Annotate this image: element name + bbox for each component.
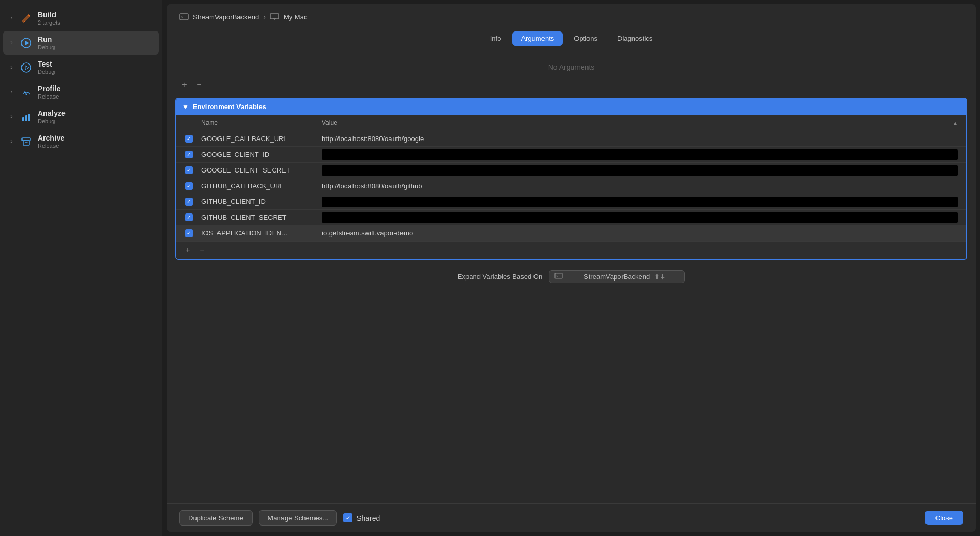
- sidebar-item-archive-subtitle: Release: [38, 143, 64, 149]
- env-value-2: [318, 165, 962, 176]
- no-arguments-label: No Arguments: [167, 52, 976, 77]
- sidebar: › Build 2 targets › Run Debug ›: [0, 0, 162, 536]
- svg-marker-1: [25, 41, 29, 45]
- expand-vars-selected: StreamVaporBackend: [584, 273, 650, 281]
- expand-vars-row: Expand Variables Based On >_ StreamVapor…: [167, 264, 976, 290]
- expand-arrow-build: ›: [7, 14, 16, 23]
- expand-arrow-archive: ›: [7, 137, 16, 146]
- sidebar-item-build[interactable]: › Build 2 targets: [3, 6, 159, 30]
- scheme-name: StreamVaporBackend: [193, 13, 259, 21]
- shared-label: Shared: [356, 514, 380, 522]
- redacted-value-4: [322, 197, 958, 207]
- env-name-0: GOOGLE_CALLBACK_URL: [197, 135, 318, 143]
- env-row: ✓ GITHUB_CLIENT_ID: [176, 194, 966, 210]
- sidebar-item-archive-title: Archive: [38, 134, 64, 142]
- env-name-4: GITHUB_CLIENT_ID: [197, 198, 318, 206]
- gauge-icon: [19, 85, 34, 100]
- play-icon: [19, 36, 34, 50]
- env-checkbox-5[interactable]: ✓: [180, 213, 197, 221]
- sidebar-item-profile-title: Profile: [38, 84, 61, 93]
- scheme-icon: >_: [179, 13, 189, 20]
- expand-arrow-profile: ›: [7, 88, 16, 97]
- svg-text:>_: >_: [556, 274, 560, 278]
- env-checkbox-4[interactable]: ✓: [180, 198, 197, 206]
- redacted-value-1: [322, 149, 958, 160]
- chart-icon: [19, 110, 34, 124]
- bottom-left-actions: Duplicate Scheme Manage Schemes... ✓ Sha…: [179, 510, 380, 526]
- tab-diagnostics[interactable]: Diagnostics: [608, 31, 661, 46]
- env-value-0: http://localhost:8080/oauth/google: [318, 135, 962, 143]
- sidebar-item-run-subtitle: Debug: [38, 44, 55, 50]
- duplicate-scheme-button[interactable]: Duplicate Scheme: [179, 510, 253, 526]
- expand-arrow-run: ›: [7, 39, 16, 47]
- spacer: [167, 290, 976, 503]
- sidebar-item-analyze-text: Analyze Debug: [38, 109, 66, 124]
- args-add-button[interactable]: +: [179, 80, 190, 90]
- env-value-5: [318, 212, 962, 223]
- env-row: ✓ GOOGLE_CLIENT_SECRET: [176, 163, 966, 178]
- env-row: ✓ GITHUB_CALLBACK_URL http://localhost:8…: [176, 178, 966, 194]
- sidebar-item-test[interactable]: › Test Debug: [3, 56, 159, 79]
- env-checkbox-0[interactable]: ✓: [180, 135, 197, 143]
- sidebar-item-run-title: Run: [38, 35, 55, 44]
- redacted-value-5: [322, 212, 958, 223]
- breadcrumb: >_ StreamVaporBackend › My Mac: [167, 4, 976, 29]
- env-value-4: [318, 197, 962, 207]
- sidebar-item-build-text: Build 2 targets: [38, 10, 60, 26]
- env-checkbox-2[interactable]: ✓: [180, 166, 197, 174]
- sidebar-item-archive[interactable]: › Archive Release: [3, 130, 159, 153]
- expand-vars-label: Expand Variables Based On: [458, 273, 542, 281]
- sidebar-item-run[interactable]: › Run Debug: [3, 31, 159, 55]
- tab-arguments[interactable]: Arguments: [512, 31, 563, 46]
- env-checkbox-3[interactable]: ✓: [180, 182, 197, 190]
- sidebar-item-profile-subtitle: Release: [38, 93, 61, 100]
- env-row: ✓ GOOGLE_CALLBACK_URL http://localhost:8…: [176, 131, 966, 147]
- env-variables-title: Environment Variables: [193, 103, 266, 111]
- shared-checkbox-group: ✓ Shared: [343, 513, 380, 522]
- sidebar-item-analyze-title: Analyze: [38, 109, 66, 117]
- env-value-1: [318, 149, 962, 160]
- close-button[interactable]: Close: [925, 511, 963, 525]
- env-add-remove-row: + −: [176, 241, 966, 259]
- args-remove-button[interactable]: −: [194, 80, 204, 90]
- target-name: My Mac: [284, 13, 308, 21]
- svg-rect-7: [25, 115, 27, 121]
- dropdown-chevron-icon: ⬆⬇: [654, 273, 679, 281]
- expand-arrow-test: ›: [7, 63, 16, 72]
- env-variables-header[interactable]: ▼ Environment Variables: [176, 99, 966, 115]
- env-collapse-icon: ▼: [182, 103, 189, 111]
- tab-info[interactable]: Info: [481, 31, 510, 46]
- env-value-6: io.getstream.swift.vapor-demo: [318, 229, 962, 237]
- redacted-value-2: [322, 165, 958, 176]
- sidebar-item-analyze[interactable]: › Analyze Debug: [3, 105, 159, 128]
- env-checkbox-6[interactable]: ✓: [180, 229, 197, 237]
- env-checkbox-1[interactable]: ✓: [180, 151, 197, 158]
- env-col-value-header: Value ▲: [318, 117, 962, 128]
- target-icon: [270, 13, 279, 20]
- sidebar-item-analyze-subtitle: Debug: [38, 118, 66, 124]
- sidebar-item-profile[interactable]: › Profile Release: [3, 80, 159, 104]
- env-remove-button[interactable]: −: [197, 245, 208, 255]
- env-name-3: GITHUB_CALLBACK_URL: [197, 182, 318, 190]
- svg-rect-8: [28, 114, 30, 121]
- shared-checkbox[interactable]: ✓: [343, 513, 352, 522]
- env-add-button[interactable]: +: [182, 245, 193, 255]
- sidebar-item-archive-text: Archive Release: [38, 134, 64, 149]
- env-row: ✓ IOS_APPLICATION_IDEN... io.getstream.s…: [176, 226, 966, 241]
- svg-rect-14: [270, 14, 279, 19]
- env-variables-section: ▼ Environment Variables Name Value ▲ ✓ G…: [175, 98, 967, 260]
- main-panel: >_ StreamVaporBackend › My Mac Info Argu…: [167, 4, 976, 532]
- svg-point-2: [21, 63, 31, 72]
- sidebar-item-run-text: Run Debug: [38, 35, 55, 50]
- svg-marker-3: [25, 66, 29, 70]
- args-add-remove-row: + −: [167, 77, 976, 93]
- tab-bar: Info Arguments Options Diagnostics: [167, 29, 976, 52]
- tab-options[interactable]: Options: [565, 31, 606, 46]
- expand-vars-dropdown[interactable]: >_ StreamVaporBackend ⬆⬇: [549, 270, 685, 283]
- breadcrumb-separator: ›: [263, 13, 266, 21]
- env-col-name-header: Name: [197, 117, 318, 128]
- manage-schemes-button[interactable]: Manage Schemes...: [259, 510, 337, 526]
- value-sort-icon: ▲: [953, 120, 958, 126]
- play-circle-icon: [19, 60, 34, 75]
- env-row: ✓ GOOGLE_CLIENT_ID: [176, 147, 966, 163]
